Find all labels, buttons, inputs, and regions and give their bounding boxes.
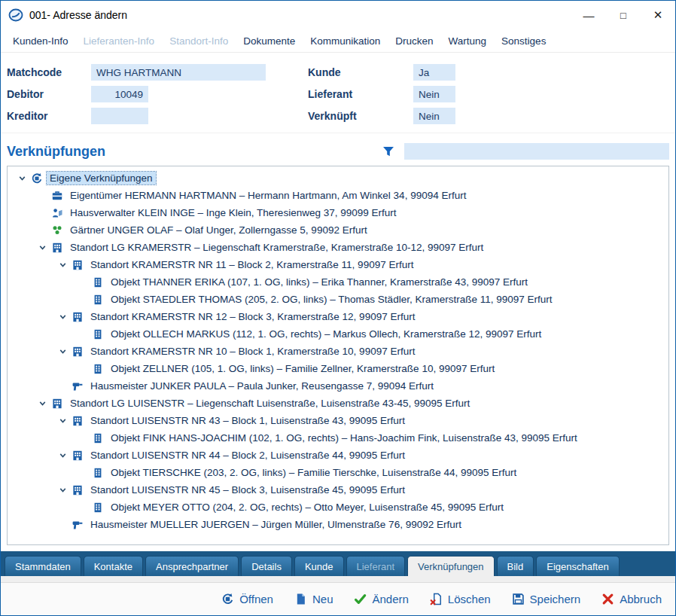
debitor-input[interactable] — [91, 86, 148, 102]
tab-bild[interactable]: Bild — [497, 556, 534, 576]
chevron-spacer — [76, 328, 90, 340]
tree-item[interactable]: Standort KRAMERSTR NR 10 – Block 1, Kram… — [8, 343, 668, 360]
object-icon — [90, 328, 105, 340]
chevron-down-icon[interactable] — [56, 415, 70, 427]
l-schen-button[interactable]: Löschen — [430, 593, 491, 605]
neu-button[interactable]: Neu — [294, 593, 333, 605]
menu-item-dokumente[interactable]: Dokumente — [243, 35, 295, 47]
close-button[interactable]: ✕ — [641, 1, 675, 29]
tree-item[interactable]: Standort LG KRAMERSTR – Liegenschaft Kra… — [8, 239, 668, 256]
chevron-spacer — [35, 207, 50, 219]
menu-item-kommunikation[interactable]: Kommunikation — [310, 35, 380, 47]
tree-item[interactable]: Objekt TIERSCHKE (203, 2. OG, links) – F… — [8, 464, 668, 481]
filter-icon[interactable] — [382, 145, 395, 158]
save-icon — [512, 593, 525, 605]
object-icon — [90, 467, 105, 479]
verknuepft-value: Nein — [413, 108, 455, 124]
window-title: 001- Adresse ändern — [29, 9, 127, 21]
chevron-down-icon[interactable] — [56, 311, 70, 323]
tree-item[interactable]: Hausverwalter KLEIN INGE – Inge Klein, T… — [8, 204, 668, 221]
building-icon — [50, 242, 64, 254]
tree-item[interactable]: Objekt FINK HANS-JOACHIM (102, 1. OG, re… — [8, 429, 668, 447]
tree-item[interactable]: Objekt STAEDLER THOMAS (205, 2. OG, link… — [8, 291, 668, 308]
toolbar-button-label: Ändern — [372, 593, 408, 605]
maximize-button[interactable]: □ — [606, 1, 641, 29]
tab-ansprechpartner[interactable]: Ansprechpartner — [145, 556, 239, 576]
tree-item[interactable]: Objekt MEYER OTTO (204, 2. OG, rechts) –… — [8, 499, 668, 516]
menu-item-sonstiges[interactable]: Sonstiges — [501, 35, 546, 47]
chevron-down-icon[interactable] — [56, 484, 70, 496]
tree-item[interactable]: Standort KRAMERSTR NR 12 – Block 3, Kram… — [8, 308, 668, 325]
minimize-button[interactable]: — — [571, 1, 606, 29]
chevron-spacer — [76, 276, 90, 288]
chevron-spacer — [56, 380, 70, 392]
debitor-label: Debitor — [7, 88, 91, 100]
tab-stammdaten[interactable]: Stammdaten — [5, 556, 81, 576]
chevron-down-icon[interactable] — [56, 346, 70, 358]
ffnen-button[interactable]: Öffnen — [221, 593, 273, 605]
menu-item-kunden-info[interactable]: Kunden-Info — [13, 35, 69, 47]
kunde-row: Kunde Ja — [308, 63, 455, 81]
tab-details[interactable]: Details — [241, 556, 292, 576]
bottom-toolbar: ÖffnenNeuÄndernLöschenSpeichernAbbruch — [1, 582, 675, 615]
window-controls: — □ ✕ — [571, 1, 675, 29]
tree-item-label: Standort LUISENSTR NR 44 – Block 2, Luis… — [87, 449, 408, 462]
chevron-down-icon[interactable] — [56, 450, 70, 462]
menubar: Kunden-InfoLieferanten-InfoStandort-Info… — [1, 29, 675, 53]
tab-kontakte[interactable]: Kontakte — [84, 556, 143, 576]
abort-icon — [601, 593, 614, 605]
tree-item-label: Standort KRAMERSTR NR 11 – Block 2, Kram… — [87, 258, 416, 271]
tab-eigenschaften[interactable]: Eigenschaften — [536, 556, 619, 576]
titlebar[interactable]: 001- Adresse ändern — □ ✕ — [1, 1, 675, 29]
tree-item[interactable]: Standort KRAMERSTR NR 11 – Block 2, Kram… — [8, 256, 668, 273]
owner-icon — [50, 190, 64, 202]
tree-item-label: Objekt ZELLNER (105, 1. OG, links) – Fam… — [108, 362, 498, 375]
abbruch-button[interactable]: Abbruch — [601, 593, 662, 605]
object-icon — [90, 294, 105, 306]
chevron-down-icon[interactable] — [35, 398, 50, 410]
chevron-down-icon[interactable] — [35, 242, 50, 254]
tree-item[interactable]: Objekt THANNER ERIKA (107, 1. OG, links)… — [8, 273, 668, 291]
tree-item-label: Hausmeister JUNKER PAULA – Paula Junker,… — [87, 380, 437, 392]
toolbar-button-label: Öffnen — [239, 593, 273, 605]
building-icon — [50, 398, 64, 410]
kunde-label: Kunde — [308, 66, 413, 78]
tree-item[interactable]: Standort LUISENSTR NR 45 – Block 3, Luis… — [8, 481, 668, 499]
tree-item-label: Objekt THANNER ERIKA (107, 1. OG, links)… — [108, 276, 531, 288]
gardener-icon — [50, 224, 64, 236]
speichern-button[interactable]: Speichern — [512, 593, 581, 605]
object-icon — [90, 276, 105, 288]
verknuepft-label: Verknüpft — [308, 110, 413, 122]
tree-item[interactable]: Eigene Verknüpfungen — [8, 169, 668, 187]
tab-verkn-pfungen[interactable]: Verknüpfungen — [407, 556, 494, 576]
tree-item[interactable]: Gärtner UNGER OLAF – Olaf Unger, Zollern… — [8, 221, 668, 239]
tree-item-label: Standort LG LUISENSTR – Liegenschaft Lui… — [67, 397, 473, 410]
tab-kunde[interactable]: Kunde — [294, 556, 344, 576]
tree-item-label: Standort LUISENSTR NR 45 – Block 3, Luis… — [87, 483, 408, 496]
building-icon — [70, 259, 84, 271]
tree-item[interactable]: Eigentümer HERMANN HARTMANN – Hermann Ha… — [8, 187, 668, 204]
tree-item[interactable]: Standort LUISENSTR NR 43 – Block 1, Luis… — [8, 412, 668, 429]
chevron-spacer — [76, 467, 90, 479]
tree-item[interactable]: Standort LG LUISENSTR – Liegenschaft Lui… — [8, 395, 668, 412]
object-icon — [90, 363, 105, 375]
tree-item-label: Hausverwalter KLEIN INGE – Inge Klein, T… — [67, 206, 399, 219]
tree-item[interactable]: Hausmeister JUNKER PAULA – Paula Junker,… — [8, 377, 668, 395]
matchcode-input[interactable] — [91, 64, 266, 81]
chevron-down-icon[interactable] — [15, 172, 29, 184]
chevron-spacer — [76, 502, 90, 514]
kunde-value: Ja — [413, 64, 455, 81]
chevron-down-icon[interactable] — [56, 259, 70, 271]
toolbar-button-label: Abbruch — [620, 593, 662, 605]
tree-item[interactable]: Objekt ZELLNER (105, 1. OG, links) – Fam… — [8, 360, 668, 377]
filter-input[interactable] — [404, 143, 669, 160]
ndern-button[interactable]: Ändern — [354, 593, 408, 605]
menu-item-wartung[interactable]: Wartung — [449, 35, 487, 47]
tree-item[interactable]: Hausmeister MUELLER JUERGEN – Jürgen Mül… — [8, 516, 668, 533]
tree-item-label: Objekt STAEDLER THOMAS (205, 2. OG, link… — [108, 293, 555, 306]
tree-item-label: Eigentümer HERMANN HARTMANN – Hermann Ha… — [67, 189, 469, 202]
menu-item-drucken[interactable]: Drucken — [395, 35, 433, 47]
tree-item[interactable]: Standort LUISENSTR NR 44 – Block 2, Luis… — [8, 447, 668, 464]
tree-item[interactable]: Objekt OLLECH MARKUS (112, 1. OG, rechts… — [8, 325, 668, 343]
kreditor-input[interactable] — [91, 108, 148, 124]
